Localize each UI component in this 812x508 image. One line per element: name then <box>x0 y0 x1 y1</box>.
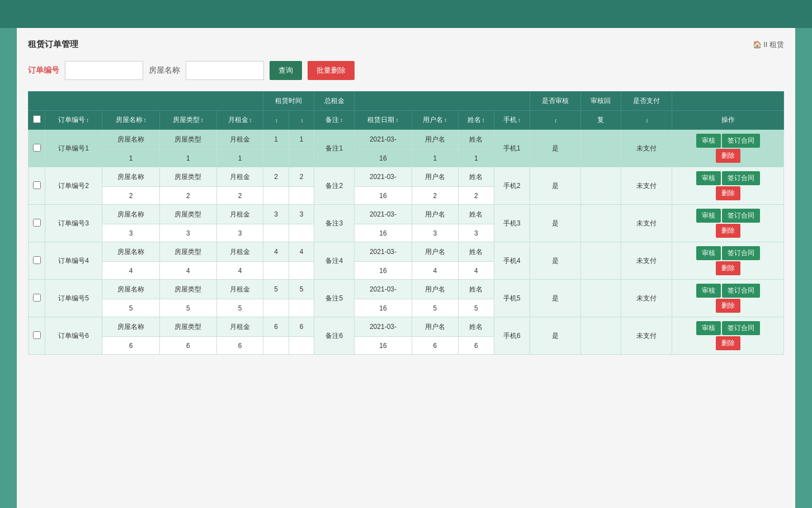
col-date: 租赁日期↕ <box>355 111 412 130</box>
cell-col6: 5 <box>289 280 314 299</box>
cell-order-no: 订单编号4 <box>45 242 102 280</box>
cell-house-type-1: 房屋类型 <box>159 130 216 149</box>
cell-audit: 是 <box>530 167 580 205</box>
audit-button[interactable]: 审核 <box>696 209 721 223</box>
sign-button[interactable]: 签订合同 <box>722 321 760 335</box>
cell-payment: 未支付 <box>621 167 672 205</box>
search-bar: 订单编号 房屋名称 查询 批量删除 <box>28 61 784 80</box>
cell-order-no: 订单编号2 <box>45 167 102 205</box>
audit-button[interactable]: 审核 <box>696 284 721 298</box>
cell-realname-1: 姓名 <box>458 242 494 262</box>
cell-house-name-1: 房屋名称 <box>102 205 159 224</box>
cell-realname-2: 3 <box>458 224 494 242</box>
audit-button[interactable]: 审核 <box>696 246 721 260</box>
cell-remark: 备注4 <box>314 242 355 280</box>
order-label: 订单编号 <box>28 65 59 76</box>
cell-house-type-1: 房屋类型 <box>159 242 216 262</box>
cell-col6-2 <box>289 337 314 355</box>
cell-audit-back <box>580 242 621 280</box>
order-input[interactable] <box>65 61 143 80</box>
cell-col6: 2 <box>289 167 314 187</box>
select-all-checkbox-cell[interactable] <box>29 111 45 130</box>
audit-button[interactable]: 审核 <box>696 134 721 148</box>
delete-button[interactable]: 删除 <box>716 336 740 350</box>
cell-username-1: 用户名 <box>412 205 458 224</box>
cell-house-type-2: 1 <box>159 149 216 167</box>
cell-phone: 手机3 <box>494 205 530 242</box>
audit-header: 是否审核 <box>530 92 580 111</box>
cell-monthly-rent-1: 月租金 <box>217 280 263 299</box>
sign-button[interactable]: 签订合同 <box>722 171 760 185</box>
house-input[interactable] <box>186 61 264 80</box>
cell-action: 审核签订合同删除 <box>672 317 784 355</box>
cell-realname-1: 姓名 <box>458 205 494 224</box>
cell-col5: 1 <box>263 130 289 149</box>
row-checkbox-cell[interactable] <box>29 242 45 280</box>
cell-col5-2 <box>263 262 289 280</box>
sign-button[interactable]: 签订合同 <box>722 246 760 260</box>
cell-date-1: 2021-03- <box>355 317 412 337</box>
cell-monthly-rent-2: 4 <box>217 262 263 280</box>
breadcrumb: 🏠 II 租赁 <box>753 40 784 50</box>
house-label: 房屋名称 <box>149 65 180 76</box>
cell-house-name-2: 3 <box>102 224 159 242</box>
cell-col6-2 <box>289 262 314 280</box>
cell-realname-1: 姓名 <box>458 167 494 187</box>
row-checkbox[interactable] <box>33 144 41 152</box>
home-icon: 🏠 <box>753 40 762 49</box>
cell-phone: 手机2 <box>494 167 530 205</box>
cell-order-no: 订单编号5 <box>45 280 102 317</box>
cell-order-no: 订单编号3 <box>45 205 102 242</box>
row-checkbox[interactable] <box>33 294 41 302</box>
cell-audit: 是 <box>530 280 580 317</box>
sign-button[interactable]: 签订合同 <box>722 209 760 223</box>
row-checkbox[interactable] <box>33 219 41 227</box>
batch-delete-button[interactable]: 批量删除 <box>308 61 355 80</box>
col-audit-back: 复 <box>580 111 621 130</box>
row-checkbox[interactable] <box>33 181 41 189</box>
row-checkbox-cell[interactable] <box>29 130 45 167</box>
total-rent-header: 总租金 <box>314 92 355 111</box>
cell-monthly-rent-1: 月租金 <box>217 317 263 337</box>
audit-button[interactable]: 审核 <box>696 171 721 185</box>
cell-remark: 备注2 <box>314 167 355 205</box>
delete-button[interactable]: 删除 <box>716 149 740 163</box>
cell-house-type-1: 房屋类型 <box>159 205 216 224</box>
delete-button[interactable]: 删除 <box>716 261 740 275</box>
cell-house-type-1: 房屋类型 <box>159 167 216 187</box>
row-checkbox-cell[interactable] <box>29 167 45 205</box>
row-checkbox-cell[interactable] <box>29 317 45 355</box>
row-checkbox[interactable] <box>33 256 41 264</box>
cell-house-name-1: 房屋名称 <box>102 280 159 299</box>
page-header: 租赁订单管理 🏠 II 租赁 <box>28 39 784 50</box>
row-checkbox-cell[interactable] <box>29 280 45 317</box>
cell-house-name-1: 房屋名称 <box>102 317 159 337</box>
sign-button[interactable]: 签订合同 <box>722 284 760 298</box>
cell-monthly-rent-1: 月租金 <box>217 205 263 224</box>
cell-monthly-rent-1: 月租金 <box>217 130 263 149</box>
cell-house-type-2: 4 <box>159 262 216 280</box>
cell-payment: 未支付 <box>621 242 672 280</box>
select-all-checkbox[interactable] <box>33 115 41 123</box>
cell-action: 审核签订合同删除 <box>672 242 784 280</box>
col-house-name: 房屋名称↕ <box>102 111 159 130</box>
sign-button[interactable]: 签订合同 <box>722 134 760 148</box>
cell-house-name-2: 4 <box>102 262 159 280</box>
audit-button[interactable]: 审核 <box>696 321 721 335</box>
delete-button[interactable]: 删除 <box>716 299 740 313</box>
search-button[interactable]: 查询 <box>270 61 302 80</box>
row-checkbox-cell[interactable] <box>29 205 45 242</box>
delete-button[interactable]: 删除 <box>716 186 740 200</box>
row-checkbox[interactable] <box>33 331 41 339</box>
cell-house-type-2: 2 <box>159 187 216 205</box>
col-rental-end: ↕ <box>289 111 314 130</box>
cell-username-2: 6 <box>412 337 458 355</box>
cell-order-no: 订单编号1 <box>45 130 102 167</box>
cell-username-1: 用户名 <box>412 242 458 262</box>
delete-button[interactable]: 删除 <box>716 224 740 238</box>
cell-monthly-rent-1: 月租金 <box>217 242 263 262</box>
cell-date-2: 16 <box>355 224 412 242</box>
cell-phone: 手机4 <box>494 242 530 280</box>
col-order-no: 订单编号↕ <box>45 111 102 130</box>
cell-col6-2 <box>289 224 314 242</box>
